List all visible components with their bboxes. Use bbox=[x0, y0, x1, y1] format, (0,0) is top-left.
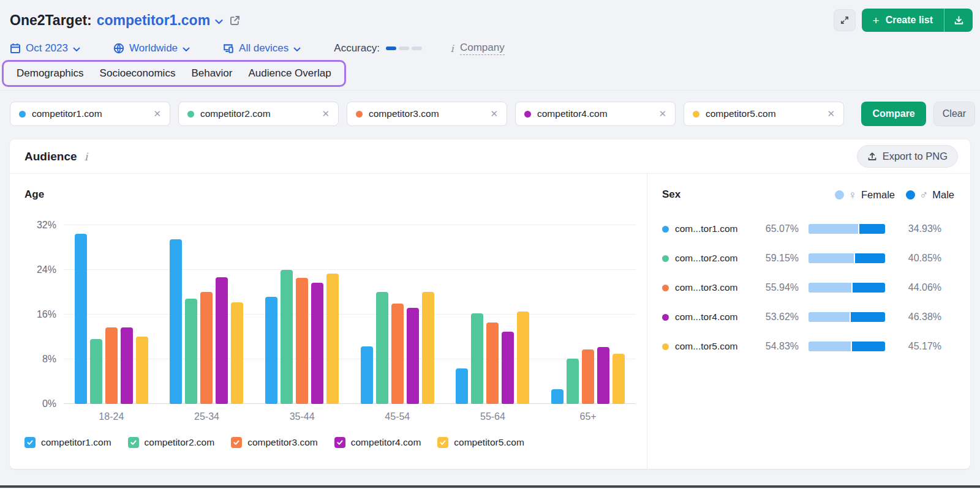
close-icon[interactable]: ✕ bbox=[827, 108, 835, 119]
competitor-chip-competitor5-com[interactable]: competitor5.com✕ bbox=[684, 102, 844, 126]
male-bar-segment bbox=[858, 224, 885, 234]
sex-stacked-bar[interactable] bbox=[809, 224, 885, 234]
legend-item-competitor5-com[interactable]: competitor5.com bbox=[437, 437, 524, 448]
bar-competitor3-com-35-44[interactable] bbox=[296, 278, 308, 404]
download-button[interactable] bbox=[944, 9, 973, 32]
bar-competitor1-com-65[interactable] bbox=[551, 389, 564, 404]
bar-competitor3-com-18-24[interactable] bbox=[105, 327, 118, 404]
tab-behavior[interactable]: Behavior bbox=[183, 62, 240, 84]
tab-audience-overlap[interactable]: Audience Overlap bbox=[241, 62, 339, 84]
globe-icon bbox=[113, 43, 124, 54]
bar-competitor5-com-45-54[interactable] bbox=[422, 292, 434, 404]
sex-stacked-bar[interactable] bbox=[809, 283, 885, 293]
x-tick-label: 25-34 bbox=[170, 411, 243, 422]
legend-label: competitor4.com bbox=[351, 437, 421, 448]
devices-filter[interactable]: All devices bbox=[223, 42, 301, 54]
sex-chart-title: Sex bbox=[662, 189, 680, 201]
sex-stacked-bar[interactable] bbox=[809, 312, 885, 322]
bar-competitor2-com-55-64[interactable] bbox=[471, 313, 483, 404]
sex-row-domain: com...tor3.com bbox=[675, 282, 755, 293]
female-legend-label: Female bbox=[861, 189, 895, 201]
bar-competitor1-com-45-54[interactable] bbox=[361, 346, 373, 404]
bar-competitor4-com-55-64[interactable] bbox=[502, 332, 514, 404]
close-icon[interactable]: ✕ bbox=[322, 108, 330, 119]
x-tick-label: 18-24 bbox=[75, 411, 148, 422]
chevron-down-icon[interactable] bbox=[215, 19, 223, 24]
close-icon[interactable]: ✕ bbox=[658, 108, 666, 119]
legend-item-competitor1-com[interactable]: competitor1.com bbox=[24, 437, 111, 448]
top-bar: One2Target: competitor1.com + Create lis… bbox=[0, 0, 980, 55]
bar-competitor1-com-18-24[interactable] bbox=[75, 234, 87, 404]
tab-socioeconomics[interactable]: Socioeconomics bbox=[92, 62, 184, 84]
male-percentage: 40.85% bbox=[895, 253, 941, 264]
bar-competitor4-com-35-44[interactable] bbox=[311, 283, 323, 404]
bar-competitor5-com-55-64[interactable] bbox=[517, 312, 529, 404]
competitor-chip-competitor3-com[interactable]: competitor3.com✕ bbox=[347, 102, 507, 126]
bar-competitor2-com-18-24[interactable] bbox=[90, 339, 102, 404]
bar-competitor4-com-25-34[interactable] bbox=[216, 277, 228, 404]
series-checkbox[interactable] bbox=[334, 437, 345, 448]
series-color-dot bbox=[662, 343, 669, 350]
female-percentage: 54.83% bbox=[755, 341, 799, 352]
bar-competitor4-com-18-24[interactable] bbox=[121, 327, 133, 404]
sex-legend: ♀ Female ♂ Male bbox=[835, 189, 954, 201]
selected-domain[interactable]: competitor1.com bbox=[97, 12, 210, 29]
male-color-dot bbox=[906, 190, 915, 200]
bar-competitor5-com-35-44[interactable] bbox=[326, 274, 339, 404]
clear-button[interactable]: Clear bbox=[933, 102, 975, 126]
legend-item-competitor3-com[interactable]: competitor3.com bbox=[231, 437, 318, 448]
bar-competitor5-com-25-34[interactable] bbox=[231, 302, 243, 404]
series-checkbox[interactable] bbox=[24, 437, 36, 448]
series-color-dot bbox=[693, 111, 699, 118]
bar-competitor3-com-55-64[interactable] bbox=[486, 323, 499, 404]
company-link[interactable]: i Company bbox=[449, 42, 505, 55]
competitor-chip-competitor4-com[interactable]: competitor4.com✕ bbox=[515, 102, 676, 126]
audience-card: Audience i Export to PNG Age 0%8%16%24%3… bbox=[10, 140, 970, 469]
female-bar-segment bbox=[809, 253, 854, 263]
export-to-png-button[interactable]: Export to PNG bbox=[857, 145, 958, 168]
bar-competitor1-com-55-64[interactable] bbox=[456, 368, 468, 404]
legend-item-competitor4-com[interactable]: competitor4.com bbox=[334, 437, 421, 448]
external-link-icon[interactable] bbox=[229, 15, 241, 26]
x-tick-label: 55-64 bbox=[456, 411, 529, 422]
date-filter[interactable]: Oct 2023 bbox=[10, 42, 80, 54]
female-bar-segment bbox=[809, 283, 851, 293]
series-checkbox[interactable] bbox=[128, 437, 139, 448]
male-legend-item: ♂ Male bbox=[906, 189, 954, 201]
bar-competitor2-com-65[interactable] bbox=[567, 359, 579, 404]
close-icon[interactable]: ✕ bbox=[153, 108, 161, 119]
sex-stacked-bar[interactable] bbox=[809, 342, 885, 351]
sex-stacked-bar[interactable] bbox=[809, 253, 885, 263]
bar-competitor1-com-25-34[interactable] bbox=[170, 239, 182, 404]
compare-button[interactable]: Compare bbox=[861, 102, 925, 126]
series-checkbox[interactable] bbox=[231, 437, 242, 448]
competitor-chip-competitor2-com[interactable]: competitor2.com✕ bbox=[178, 102, 339, 126]
bar-competitor1-com-35-44[interactable] bbox=[265, 297, 277, 404]
info-icon[interactable]: i bbox=[83, 151, 89, 163]
close-icon[interactable]: ✕ bbox=[490, 108, 498, 119]
y-axis-labels: 0%8%16%24%32% bbox=[24, 225, 56, 404]
expand-button[interactable] bbox=[834, 9, 856, 31]
tab-demographics[interactable]: Demographics bbox=[9, 62, 92, 84]
create-list-button[interactable]: + Create list bbox=[862, 9, 944, 32]
y-tick-label: 24% bbox=[37, 264, 56, 275]
competitor-chip-competitor1-com[interactable]: competitor1.com✕ bbox=[10, 102, 170, 126]
legend-item-competitor2-com[interactable]: competitor2.com bbox=[128, 437, 215, 448]
series-checkbox[interactable] bbox=[437, 437, 448, 448]
bar-competitor4-com-65[interactable] bbox=[597, 347, 609, 404]
competitor-chips-row: competitor1.com✕competitor2.com✕competit… bbox=[0, 91, 980, 126]
bar-competitor2-com-35-44[interactable] bbox=[281, 270, 293, 404]
bar-competitor2-com-45-54[interactable] bbox=[376, 292, 388, 404]
bar-competitor4-com-45-54[interactable] bbox=[407, 308, 419, 404]
bar-competitor5-com-65[interactable] bbox=[612, 354, 625, 404]
bar-competitor5-com-18-24[interactable] bbox=[136, 337, 148, 404]
bar-competitor2-com-25-34[interactable] bbox=[185, 299, 197, 404]
legend-label: competitor5.com bbox=[454, 437, 524, 448]
series-color-dot bbox=[662, 314, 669, 321]
bar-competitor3-com-25-34[interactable] bbox=[200, 292, 213, 404]
age-group-18-24 bbox=[75, 225, 148, 404]
bar-competitor3-com-45-54[interactable] bbox=[391, 304, 404, 404]
bar-competitor3-com-65[interactable] bbox=[582, 349, 594, 404]
sex-row-domain: com...tor4.com bbox=[675, 312, 755, 323]
location-filter[interactable]: Worldwide bbox=[113, 42, 190, 54]
